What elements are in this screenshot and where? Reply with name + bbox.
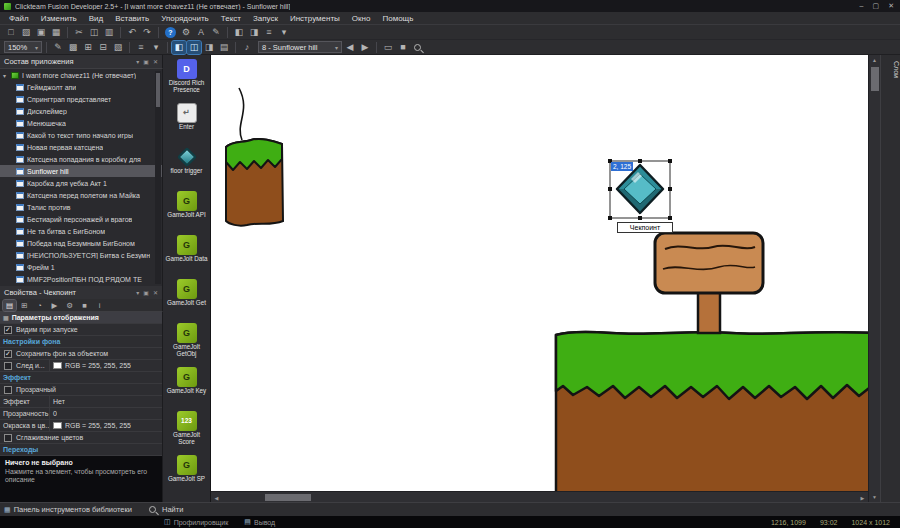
menu-window[interactable]: Окно (346, 14, 377, 23)
checkbox-unchecked[interactable] (4, 362, 12, 370)
paint-button[interactable]: ✎ (51, 41, 65, 54)
select-tool-button[interactable]: ▭ (381, 41, 395, 54)
fill-button[interactable]: ▩ (66, 41, 80, 54)
library-item[interactable]: G GameJolt Data (163, 233, 210, 277)
scroll-down-icon[interactable]: ▼ (869, 492, 880, 502)
find-tab[interactable]: Найти (146, 505, 183, 514)
tree-item[interactable]: Бестиарий персонажей и врагов (0, 213, 162, 225)
redo-button[interactable]: ↷ (140, 26, 154, 39)
tree-item[interactable]: Каробка для уебка Акт 1 (0, 177, 162, 189)
size-tab[interactable]: ⊞ (18, 300, 31, 311)
about-tab[interactable]: i (93, 300, 106, 311)
property-row[interactable]: Сглаживание цветов (0, 432, 162, 444)
text-tool-button[interactable]: A (194, 26, 208, 39)
close-panel-icon[interactable]: ✕ (153, 58, 158, 65)
chevron-down-icon[interactable]: ▾ (335, 44, 338, 51)
property-row[interactable]: ✓ Видим при запуске (0, 324, 162, 336)
previous-frame-button[interactable]: ◀ (343, 41, 357, 54)
layout-left-button[interactable]: ◧ (172, 41, 186, 54)
library-item[interactable]: G GameJolt Key (163, 365, 210, 409)
copy-button[interactable]: ◫ (87, 26, 101, 39)
string-sprite[interactable] (239, 88, 244, 140)
paste-button[interactable]: ▥ (102, 26, 116, 39)
library-item[interactable]: G GameJolt SP (163, 453, 210, 497)
menu-view[interactable]: Вид (83, 14, 109, 23)
menu-tools[interactable]: Инструменты (284, 14, 346, 23)
tree-item[interactable]: Дисклеймер (0, 105, 162, 117)
menu-text[interactable]: Текст (215, 14, 247, 23)
grid-toggle-button[interactable]: ⊞ (81, 41, 95, 54)
align-button[interactable]: ≡ (134, 41, 148, 54)
events-tab[interactable]: ■ (78, 300, 91, 311)
scroll-up-icon[interactable]: ▲ (869, 55, 880, 65)
align-dropdown-button[interactable]: ▾ (149, 41, 163, 54)
library-item[interactable]: G GameJolt API (163, 189, 210, 233)
tree-item[interactable]: Какой то текст типо начало игры (0, 129, 162, 141)
more-dropdown-button[interactable]: ▾ (277, 26, 291, 39)
values-tab[interactable]: ⚙ (63, 300, 76, 311)
layers-tab[interactable]: Слои (881, 61, 900, 78)
edit-tool-button[interactable]: ✎ (209, 26, 223, 39)
settings-button[interactable]: ⚙ (179, 26, 193, 39)
runtime-tab[interactable]: ▶ (48, 300, 61, 311)
property-section-link[interactable]: Настройки фона (0, 336, 162, 348)
layout-right-button[interactable]: ◨ (202, 41, 216, 54)
sign-sprite[interactable] (655, 233, 763, 333)
zoom-tool-icon[interactable] (414, 44, 421, 51)
property-row[interactable]: Эффект Нет (0, 396, 162, 408)
tree-item[interactable]: Новая первая катсцена (0, 141, 162, 153)
library-item[interactable]: ↵ Enter (163, 101, 210, 145)
sound-button[interactable]: ♪ (240, 41, 254, 54)
checkbox-checked[interactable]: ✓ (4, 326, 12, 334)
property-row[interactable]: Окраска в цв... RGB = 255, 255, 255 (0, 420, 162, 432)
chevron-down-icon[interactable]: ▾ (35, 44, 38, 51)
menu-file[interactable]: Файл (3, 14, 35, 23)
tree-item-sunflower-hill[interactable]: Sunflower hill (0, 165, 162, 177)
checkbox-unchecked[interactable] (4, 386, 12, 394)
property-row[interactable]: Прозрачность 0 (0, 408, 162, 420)
next-frame-button[interactable]: ▶ (358, 41, 372, 54)
property-section-link[interactable]: Переходы (0, 444, 162, 456)
layout-rows-button[interactable]: ▤ (217, 41, 231, 54)
menu-help[interactable]: Помощь (376, 14, 419, 23)
pin-icon[interactable]: ▣ (143, 58, 149, 65)
maximize-button[interactable]: ▢ (873, 2, 880, 10)
grid-snap-button[interactable]: ⊟ (96, 41, 110, 54)
library-item[interactable]: floor trigger (163, 145, 210, 189)
color-swatch[interactable] (53, 362, 62, 369)
vertical-scroll-thumb[interactable] (871, 67, 879, 91)
output-tab[interactable]: ▤ Вывод (244, 518, 275, 526)
display-tab[interactable]: ▤ (3, 300, 16, 311)
open-button[interactable]: ▨ (19, 26, 33, 39)
tree-item[interactable]: [НЕИСПОЛЬЗУЕТСЯ] Битва с Безумн (0, 249, 162, 261)
tree-item[interactable]: MMF2PositionПБН ПОД РЯДОМ ТЕ (0, 273, 162, 285)
color-swatch[interactable] (53, 422, 62, 429)
library-toolbar-tab[interactable]: ▦ Панель инструментов библиотеки (4, 505, 132, 514)
profiler-tab[interactable]: ◫ Профилировщик (164, 518, 228, 526)
menu-run[interactable]: Запуск (247, 14, 284, 23)
menu-insert[interactable]: Вставить (109, 14, 155, 23)
checkbox-unchecked[interactable] (4, 434, 12, 442)
tree-item[interactable]: Фрейм 1 (0, 261, 162, 273)
tree-scrollbar[interactable] (155, 71, 161, 284)
property-section-link[interactable]: Эффект (0, 372, 162, 384)
tree-item[interactable]: Менюшечка (0, 117, 162, 129)
zoom-control[interactable]: 150% ▾ (4, 41, 42, 53)
canvas-horizontal-scrollbar[interactable]: ◀ ▶ (211, 491, 868, 502)
layout-split-button[interactable]: ◫ (187, 41, 201, 54)
help-button[interactable]: ? (165, 27, 176, 38)
dock-dropdown-icon[interactable]: ▾ (136, 289, 139, 296)
undo-button[interactable]: ↶ (125, 26, 139, 39)
movement-tab[interactable]: ◔ (33, 300, 46, 311)
pattern-button[interactable]: ▧ (111, 41, 125, 54)
new-button[interactable]: □ (4, 26, 18, 39)
property-row[interactable]: Прозрачный (0, 384, 162, 396)
frame-selector[interactable]: 8 - Sunflower hill ▾ (258, 41, 342, 53)
tree-item[interactable]: Талис против (0, 201, 162, 213)
cut-button[interactable]: ✂ (72, 26, 86, 39)
library-item[interactable]: 123 GameJolt Score (163, 409, 210, 453)
checkpoint-sprite[interactable] (617, 165, 663, 213)
horizontal-scroll-thumb[interactable] (265, 494, 311, 501)
save-button[interactable]: ▣ (34, 26, 48, 39)
tree-item[interactable]: Спрингтрап представляет (0, 93, 162, 105)
